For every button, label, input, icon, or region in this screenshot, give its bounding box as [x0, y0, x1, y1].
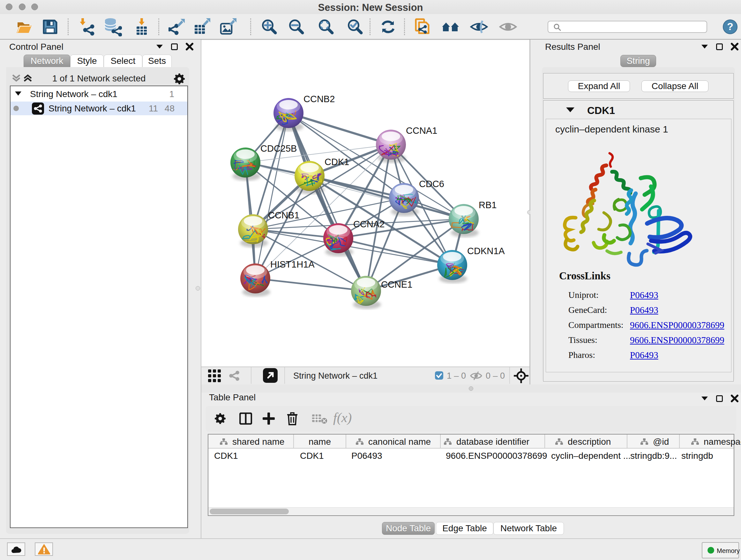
- svg-text:CDC25B: CDC25B: [260, 143, 297, 153]
- svg-text:CCNB1: CCNB1: [268, 210, 299, 220]
- svg-text:CDC6: CDC6: [419, 179, 444, 189]
- svg-text:RB1: RB1: [479, 200, 496, 210]
- svg-text:CCNE1: CCNE1: [381, 279, 412, 290]
- svg-text:HIST1H1A: HIST1H1A: [270, 259, 315, 269]
- svg-text:CDK1: CDK1: [325, 157, 349, 167]
- svg-text:CCNB2: CCNB2: [304, 94, 335, 104]
- svg-text:?: ?: [727, 21, 733, 32]
- svg-text:CCNA1: CCNA1: [406, 125, 437, 136]
- svg-text:CCNA2: CCNA2: [353, 219, 385, 229]
- svg-text:CDKN1A: CDKN1A: [467, 246, 505, 256]
